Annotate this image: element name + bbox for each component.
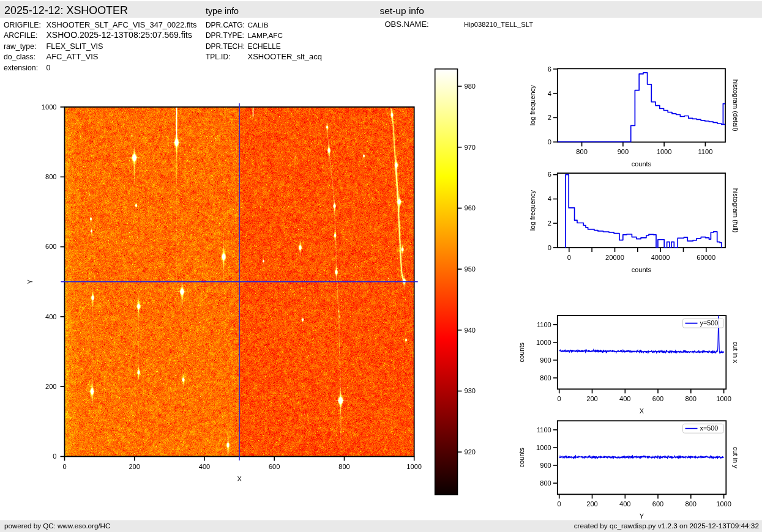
svg-text:DPR.TECH:: DPR.TECH: [206, 42, 245, 51]
svg-text:60000: 60000 [697, 254, 715, 261]
svg-text:y=500: y=500 [700, 319, 719, 327]
svg-text:940: 940 [465, 327, 476, 334]
svg-text:950: 950 [465, 265, 476, 273]
svg-text:1000: 1000 [42, 103, 57, 111]
svg-text:counts: counts [632, 266, 652, 273]
svg-text:900: 900 [540, 357, 551, 364]
svg-text:log frequency: log frequency [529, 190, 536, 231]
svg-text:XSHOOTER_SLT_AFC_VIS_347_0022.: XSHOOTER_SLT_AFC_VIS_347_0022.fits [47, 20, 197, 29]
svg-text:histogram (detail): histogram (detail) [732, 79, 739, 131]
svg-text:800: 800 [685, 395, 697, 402]
svg-text:200: 200 [45, 383, 57, 390]
svg-text:4: 4 [548, 195, 551, 202]
svg-text:2: 2 [548, 220, 551, 227]
svg-text:400: 400 [199, 463, 211, 470]
svg-text:type info: type info [206, 6, 239, 16]
svg-text:XSHOOTER_slt_acq: XSHOOTER_slt_acq [248, 52, 322, 61]
svg-text:CALIB: CALIB [248, 21, 269, 29]
svg-text:0: 0 [62, 463, 66, 470]
svg-text:OBS.NAME:: OBS.NAME: [385, 20, 429, 29]
svg-text:800: 800 [540, 479, 551, 487]
svg-text:Y: Y [640, 512, 644, 520]
svg-text:2025-12-12: XSHOOTER: 2025-12-12: XSHOOTER [4, 4, 128, 17]
svg-text:1000: 1000 [716, 500, 731, 508]
svg-text:400: 400 [619, 500, 631, 508]
svg-text:Y: Y [26, 279, 34, 284]
svg-text:FLEX_SLIT_VIS: FLEX_SLIT_VIS [47, 42, 103, 51]
svg-text:X: X [237, 475, 242, 482]
svg-text:1000: 1000 [716, 395, 731, 402]
svg-text:800: 800 [576, 148, 588, 155]
svg-text:powered by QC: www.eso.org/HC: powered by QC: www.eso.org/HC [4, 522, 110, 530]
svg-text:raw_type:: raw_type: [4, 42, 36, 51]
svg-text:800: 800 [338, 463, 350, 470]
svg-text:400: 400 [45, 313, 57, 320]
svg-text:set-up info: set-up info [380, 6, 424, 16]
svg-text:1100: 1100 [698, 148, 712, 155]
svg-text:800: 800 [540, 374, 551, 382]
svg-text:40000: 40000 [651, 254, 670, 261]
svg-text:0: 0 [47, 64, 51, 72]
svg-text:900: 900 [540, 462, 551, 469]
svg-text:0: 0 [548, 138, 551, 146]
svg-text:0: 0 [558, 395, 561, 402]
svg-text:log frequency: log frequency [529, 85, 536, 126]
svg-text:TPL.ID:: TPL.ID: [206, 53, 230, 61]
svg-text:800: 800 [685, 500, 697, 508]
svg-text:do_class:: do_class: [4, 53, 35, 61]
svg-text:20000: 20000 [605, 254, 624, 261]
svg-text:counts: counts [518, 448, 525, 468]
svg-text:920: 920 [465, 448, 476, 456]
svg-text:x=500: x=500 [700, 424, 719, 432]
svg-text:extension:: extension: [4, 64, 38, 72]
svg-text:Hip038210_TELL_SLT: Hip038210_TELL_SLT [464, 21, 533, 28]
svg-text:1000: 1000 [536, 339, 551, 346]
svg-text:970: 970 [465, 144, 476, 151]
svg-text:created by qc_rawdisp.py v1.2.: created by qc_rawdisp.py v1.2.3 on 2025-… [574, 522, 759, 530]
svg-text:AFC_ATT_VIS: AFC_ATT_VIS [47, 52, 99, 61]
svg-text:cut in y: cut in y [732, 447, 739, 468]
svg-text:200: 200 [586, 395, 598, 402]
svg-text:DPR.CATG:: DPR.CATG: [206, 21, 245, 29]
svg-text:ORIGFILE:: ORIGFILE: [4, 21, 41, 29]
svg-text:0: 0 [53, 453, 56, 460]
svg-text:800: 800 [45, 173, 57, 180]
svg-text:6: 6 [548, 65, 551, 73]
svg-text:1000: 1000 [406, 463, 422, 470]
svg-text:0: 0 [567, 254, 571, 261]
svg-text:980: 980 [465, 83, 476, 90]
svg-text:1000: 1000 [536, 444, 551, 451]
svg-text:XSHOO.2025-12-13T08:25:07.569.: XSHOO.2025-12-13T08:25:07.569.fits [47, 30, 192, 40]
svg-text:4: 4 [548, 90, 551, 97]
svg-text:histogram (full): histogram (full) [732, 188, 739, 233]
svg-text:600: 600 [652, 395, 664, 402]
svg-text:1100: 1100 [537, 426, 551, 434]
svg-text:ECHELLE: ECHELLE [248, 42, 281, 51]
svg-text:930: 930 [465, 387, 476, 394]
svg-text:600: 600 [269, 463, 280, 470]
svg-text:1100: 1100 [537, 321, 551, 328]
svg-text:600: 600 [45, 243, 57, 250]
svg-text:0: 0 [548, 244, 551, 251]
svg-text:DPR.TYPE:: DPR.TYPE: [206, 31, 244, 40]
svg-text:200: 200 [129, 463, 140, 470]
svg-text:LAMP,AFC: LAMP,AFC [248, 31, 283, 40]
svg-text:600: 600 [652, 500, 664, 508]
svg-text:1000: 1000 [657, 148, 672, 155]
svg-text:cut in x: cut in x [732, 342, 739, 363]
svg-text:400: 400 [619, 395, 631, 402]
svg-text:2: 2 [548, 114, 551, 121]
svg-text:200: 200 [586, 500, 598, 508]
svg-text:counts: counts [518, 342, 525, 363]
svg-text:0: 0 [558, 500, 561, 508]
svg-text:ARCFILE:: ARCFILE: [4, 31, 37, 40]
svg-text:X: X [640, 407, 644, 415]
svg-text:6: 6 [548, 171, 551, 178]
svg-text:900: 900 [618, 148, 629, 155]
svg-text:counts: counts [632, 160, 652, 168]
svg-text:960: 960 [465, 204, 476, 212]
